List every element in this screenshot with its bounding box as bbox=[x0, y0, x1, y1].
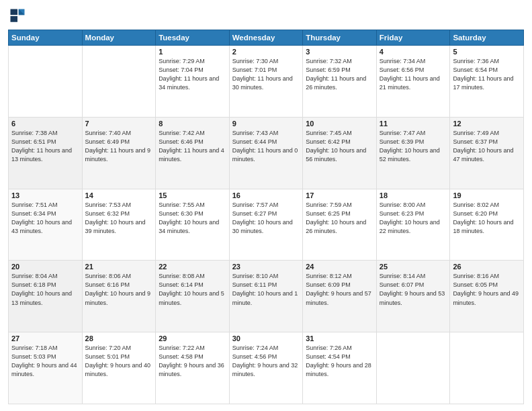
calendar-weekday-friday: Friday bbox=[376, 30, 450, 46]
day-number: 30 bbox=[232, 334, 300, 342]
day-number: 23 bbox=[232, 263, 300, 271]
calendar-weekday-saturday: Saturday bbox=[450, 30, 524, 46]
day-number: 6 bbox=[11, 120, 79, 128]
day-number: 15 bbox=[159, 191, 226, 199]
day-number: 26 bbox=[453, 263, 521, 271]
calendar-week-row: 20Sunrise: 8:04 AMSunset: 6:18 PMDayligh… bbox=[9, 261, 524, 332]
day-number: 2 bbox=[232, 48, 300, 56]
calendar-cell bbox=[9, 46, 83, 118]
day-info: Sunrise: 8:12 AMSunset: 6:09 PMDaylight:… bbox=[306, 273, 371, 306]
day-number: 20 bbox=[11, 263, 79, 271]
calendar-cell bbox=[376, 332, 450, 404]
day-number: 5 bbox=[453, 48, 521, 56]
calendar-cell: 20Sunrise: 8:04 AMSunset: 6:18 PMDayligh… bbox=[9, 261, 83, 332]
calendar-cell: 12Sunrise: 7:49 AMSunset: 6:37 PMDayligh… bbox=[450, 117, 524, 189]
calendar-weekday-wednesday: Wednesday bbox=[229, 30, 303, 46]
day-info: Sunrise: 8:16 AMSunset: 6:05 PMDaylight:… bbox=[453, 273, 519, 306]
day-number: 29 bbox=[159, 334, 226, 342]
day-number: 19 bbox=[453, 191, 521, 199]
calendar-cell: 18Sunrise: 8:00 AMSunset: 6:23 PMDayligh… bbox=[376, 189, 450, 261]
day-number: 17 bbox=[306, 191, 373, 199]
calendar-cell: 30Sunrise: 7:24 AMSunset: 4:56 PMDayligh… bbox=[229, 332, 303, 404]
day-number: 16 bbox=[232, 191, 300, 199]
calendar-cell: 29Sunrise: 7:22 AMSunset: 4:58 PMDayligh… bbox=[156, 332, 230, 404]
calendar-cell: 1Sunrise: 7:29 AMSunset: 7:04 PMDaylight… bbox=[156, 46, 230, 118]
calendar-cell: 9Sunrise: 7:43 AMSunset: 6:44 PMDaylight… bbox=[229, 117, 303, 189]
day-number: 4 bbox=[380, 48, 447, 56]
day-number: 11 bbox=[380, 120, 447, 128]
logo bbox=[8, 7, 30, 26]
day-info: Sunrise: 7:43 AMSunset: 6:44 PMDaylight:… bbox=[232, 130, 298, 163]
calendar-cell: 31Sunrise: 7:26 AMSunset: 4:54 PMDayligh… bbox=[303, 332, 377, 404]
day-info: Sunrise: 7:34 AMSunset: 6:56 PMDaylight:… bbox=[380, 58, 440, 91]
calendar-cell: 28Sunrise: 7:20 AMSunset: 5:01 PMDayligh… bbox=[82, 332, 156, 404]
calendar-cell: 27Sunrise: 7:18 AMSunset: 5:03 PMDayligh… bbox=[9, 332, 83, 404]
day-info: Sunrise: 7:20 AMSunset: 5:01 PMDaylight:… bbox=[85, 345, 151, 377]
day-info: Sunrise: 7:40 AMSunset: 6:49 PMDaylight:… bbox=[85, 130, 151, 163]
svg-rect-3 bbox=[11, 9, 18, 15]
day-number: 9 bbox=[232, 120, 300, 128]
calendar-cell: 25Sunrise: 8:14 AMSunset: 6:07 PMDayligh… bbox=[376, 261, 450, 332]
day-number: 13 bbox=[11, 191, 79, 199]
calendar-cell: 4Sunrise: 7:34 AMSunset: 6:56 PMDaylight… bbox=[376, 46, 450, 118]
day-number: 31 bbox=[306, 334, 373, 342]
day-info: Sunrise: 8:14 AMSunset: 6:07 PMDaylight:… bbox=[380, 273, 445, 306]
logo-icon bbox=[8, 7, 27, 26]
day-info: Sunrise: 7:45 AMSunset: 6:42 PMDaylight:… bbox=[306, 130, 366, 163]
calendar-cell: 15Sunrise: 7:55 AMSunset: 6:30 PMDayligh… bbox=[156, 189, 230, 261]
calendar-cell: 5Sunrise: 7:36 AMSunset: 6:54 PMDaylight… bbox=[450, 46, 524, 118]
day-number: 14 bbox=[85, 191, 153, 199]
day-info: Sunrise: 8:10 AMSunset: 6:11 PMDaylight:… bbox=[232, 273, 298, 306]
calendar-cell: 17Sunrise: 7:59 AMSunset: 6:25 PMDayligh… bbox=[303, 189, 377, 261]
calendar-cell: 19Sunrise: 8:02 AMSunset: 6:20 PMDayligh… bbox=[450, 189, 524, 261]
calendar-week-row: 13Sunrise: 7:51 AMSunset: 6:34 PMDayligh… bbox=[9, 189, 524, 261]
day-info: Sunrise: 7:53 AMSunset: 6:32 PMDaylight:… bbox=[85, 201, 146, 234]
day-number: 22 bbox=[159, 263, 226, 271]
day-info: Sunrise: 7:55 AMSunset: 6:30 PMDaylight:… bbox=[159, 201, 219, 234]
day-info: Sunrise: 8:06 AMSunset: 6:16 PMDaylight:… bbox=[85, 273, 151, 306]
day-number: 7 bbox=[85, 120, 153, 128]
day-info: Sunrise: 8:08 AMSunset: 6:14 PMDaylight:… bbox=[159, 273, 224, 306]
calendar-cell: 6Sunrise: 7:38 AMSunset: 6:51 PMDaylight… bbox=[9, 117, 83, 189]
day-number: 24 bbox=[306, 263, 373, 271]
calendar-cell: 3Sunrise: 7:32 AMSunset: 6:59 PMDaylight… bbox=[303, 46, 377, 118]
calendar-weekday-sunday: Sunday bbox=[9, 30, 83, 46]
day-info: Sunrise: 7:24 AMSunset: 4:56 PMDaylight:… bbox=[232, 345, 298, 377]
day-info: Sunrise: 7:26 AMSunset: 4:54 PMDaylight:… bbox=[306, 345, 371, 377]
day-number: 25 bbox=[380, 263, 447, 271]
calendar-header-row: SundayMondayTuesdayWednesdayThursdayFrid… bbox=[9, 30, 524, 46]
calendar-cell: 26Sunrise: 8:16 AMSunset: 6:05 PMDayligh… bbox=[450, 261, 524, 332]
day-info: Sunrise: 7:32 AMSunset: 6:59 PMDaylight:… bbox=[306, 58, 366, 91]
calendar-week-row: 1Sunrise: 7:29 AMSunset: 7:04 PMDaylight… bbox=[9, 46, 524, 118]
day-number: 28 bbox=[85, 334, 153, 342]
calendar-cell: 11Sunrise: 7:47 AMSunset: 6:39 PMDayligh… bbox=[376, 117, 450, 189]
calendar-cell: 7Sunrise: 7:40 AMSunset: 6:49 PMDaylight… bbox=[82, 117, 156, 189]
calendar-cell: 21Sunrise: 8:06 AMSunset: 6:16 PMDayligh… bbox=[82, 261, 156, 332]
day-info: Sunrise: 7:42 AMSunset: 6:46 PMDaylight:… bbox=[159, 130, 224, 163]
calendar-cell: 16Sunrise: 7:57 AMSunset: 6:27 PMDayligh… bbox=[229, 189, 303, 261]
day-info: Sunrise: 8:04 AMSunset: 6:18 PMDaylight:… bbox=[11, 273, 72, 306]
calendar-weekday-thursday: Thursday bbox=[303, 30, 377, 46]
day-number: 8 bbox=[159, 120, 226, 128]
day-info: Sunrise: 7:38 AMSunset: 6:51 PMDaylight:… bbox=[11, 130, 72, 163]
calendar-cell: 23Sunrise: 8:10 AMSunset: 6:11 PMDayligh… bbox=[229, 261, 303, 332]
calendar-weekday-monday: Monday bbox=[82, 30, 156, 46]
header bbox=[8, 7, 524, 26]
page: SundayMondayTuesdayWednesdayThursdayFrid… bbox=[0, 0, 532, 411]
day-info: Sunrise: 7:47 AMSunset: 6:39 PMDaylight:… bbox=[380, 130, 440, 163]
calendar-weekday-tuesday: Tuesday bbox=[156, 30, 230, 46]
day-number: 18 bbox=[380, 191, 447, 199]
day-number: 3 bbox=[306, 48, 373, 56]
day-info: Sunrise: 7:49 AMSunset: 6:37 PMDaylight:… bbox=[453, 130, 513, 163]
day-info: Sunrise: 7:18 AMSunset: 5:03 PMDaylight:… bbox=[11, 345, 77, 377]
calendar-cell: 2Sunrise: 7:30 AMSunset: 7:01 PMDaylight… bbox=[229, 46, 303, 118]
calendar-cell: 13Sunrise: 7:51 AMSunset: 6:34 PMDayligh… bbox=[9, 189, 83, 261]
day-info: Sunrise: 8:00 AMSunset: 6:23 PMDaylight:… bbox=[380, 201, 440, 234]
day-info: Sunrise: 7:59 AMSunset: 6:25 PMDaylight:… bbox=[306, 201, 366, 234]
day-info: Sunrise: 7:22 AMSunset: 4:58 PMDaylight:… bbox=[159, 345, 224, 377]
day-number: 1 bbox=[159, 48, 226, 56]
calendar-table: SundayMondayTuesdayWednesdayThursdayFrid… bbox=[8, 30, 524, 404]
day-info: Sunrise: 8:02 AMSunset: 6:20 PMDaylight:… bbox=[453, 201, 513, 234]
day-info: Sunrise: 7:51 AMSunset: 6:34 PMDaylight:… bbox=[11, 201, 72, 234]
svg-rect-4 bbox=[11, 16, 18, 22]
